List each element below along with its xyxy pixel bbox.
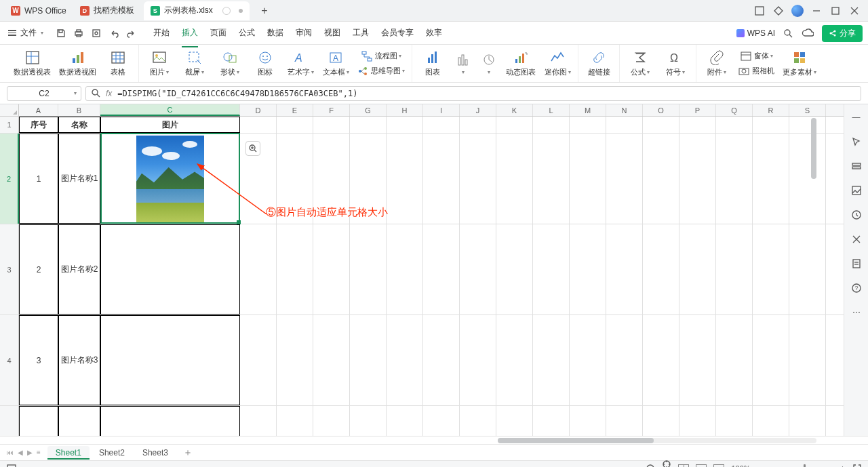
- cell[interactable]: [387, 315, 423, 405]
- scroll-thumb[interactable]: [811, 118, 816, 179]
- cell[interactable]: [350, 224, 387, 314]
- cell[interactable]: [423, 117, 460, 133]
- cell[interactable]: [100, 134, 240, 224]
- status-left-icon[interactable]: [7, 464, 16, 468]
- cell[interactable]: [716, 406, 753, 436]
- cell[interactable]: [643, 224, 679, 314]
- hscroll-thumb[interactable]: [498, 438, 654, 443]
- redo-button[interactable]: [126, 28, 137, 39]
- select-tool-button[interactable]: [850, 136, 863, 148]
- symbol-button[interactable]: Ω 符号▾: [662, 45, 689, 82]
- cell[interactable]: [100, 315, 240, 405]
- cell[interactable]: [533, 406, 570, 436]
- cell[interactable]: [387, 406, 423, 436]
- cell[interactable]: [240, 406, 277, 436]
- cell[interactable]: [19, 406, 58, 436]
- table-button[interactable]: 表格: [104, 45, 132, 82]
- cell[interactable]: [716, 117, 753, 133]
- search-button[interactable]: [783, 28, 793, 39]
- cell[interactable]: [350, 315, 387, 405]
- vertical-scrollbar[interactable]: [811, 118, 818, 433]
- cell[interactable]: [100, 406, 240, 436]
- cell[interactable]: [496, 315, 533, 405]
- cell[interactable]: [240, 315, 277, 405]
- camera-button[interactable]: 照相机: [738, 66, 774, 77]
- cell[interactable]: [350, 406, 387, 436]
- cell[interactable]: [679, 134, 716, 224]
- sheet-tab[interactable]: Sheet2: [91, 446, 133, 460]
- document-tab[interactable]: S 示例表格.xlsx: [144, 1, 250, 20]
- cell[interactable]: [570, 315, 606, 405]
- cell[interactable]: 图片名称2: [58, 224, 100, 314]
- cell[interactable]: [313, 117, 350, 133]
- cell[interactable]: 图片名称3: [58, 315, 100, 405]
- cell[interactable]: 1: [19, 134, 58, 224]
- menu-tab-4[interactable]: 数据: [267, 23, 283, 43]
- minimize-button[interactable]: [807, 1, 826, 20]
- column-header[interactable]: Q: [716, 104, 753, 116]
- cell[interactable]: 图片: [100, 117, 240, 133]
- wordart-button[interactable]: A 艺术字▾: [287, 45, 314, 82]
- sheet-tab[interactable]: Sheet3: [134, 446, 176, 460]
- maximize-button[interactable]: [826, 1, 845, 20]
- dynamic-chart-button[interactable]: 动态图表: [506, 45, 536, 82]
- column-header[interactable]: J: [460, 104, 496, 116]
- cell[interactable]: [313, 224, 350, 314]
- mindmap-button[interactable]: 思维导图▾: [357, 66, 405, 77]
- column-header[interactable]: O: [643, 104, 679, 116]
- row-header[interactable]: 3: [0, 224, 19, 314]
- select-all-corner[interactable]: [0, 104, 19, 116]
- docer-panel-button[interactable]: [850, 258, 863, 270]
- cell[interactable]: [460, 406, 496, 436]
- cell[interactable]: [716, 224, 753, 314]
- eye-dropper-button[interactable]: [646, 464, 655, 468]
- pivot-table-button[interactable]: 数据透视表: [14, 45, 51, 82]
- sheet-nav[interactable]: ⏮ ◀ ▶ ≡: [7, 449, 41, 456]
- tools-panel-button[interactable]: [850, 233, 863, 245]
- wps-ai-button[interactable]: WPS AI: [736, 28, 775, 38]
- menu-tab-9[interactable]: 效率: [426, 23, 442, 43]
- cell[interactable]: [643, 406, 679, 436]
- icon-button[interactable]: 图标: [252, 45, 279, 82]
- column-header[interactable]: C: [100, 104, 240, 116]
- chart-alt2-button[interactable]: ▾: [480, 45, 498, 82]
- hyperlink-button[interactable]: 超链接: [585, 45, 612, 82]
- cell[interactable]: [606, 224, 643, 314]
- cell[interactable]: [643, 134, 679, 224]
- column-header[interactable]: A: [19, 104, 58, 116]
- cell[interactable]: [789, 224, 826, 314]
- menu-collapse-button[interactable]: —: [850, 111, 863, 123]
- new-tab-button[interactable]: +: [256, 3, 273, 19]
- cell[interactable]: [277, 224, 313, 314]
- cell[interactable]: [460, 315, 496, 405]
- column-header[interactable]: L: [533, 104, 570, 116]
- help-panel-button[interactable]: ?: [850, 282, 863, 294]
- close-button[interactable]: [845, 1, 864, 20]
- cell[interactable]: [716, 134, 753, 224]
- row-header[interactable]: 4: [0, 315, 19, 405]
- cell[interactable]: [533, 315, 570, 405]
- normal-view-button[interactable]: [678, 464, 689, 468]
- column-header[interactable]: R: [753, 104, 789, 116]
- fullscreen-button[interactable]: [853, 464, 861, 468]
- sparkline-button[interactable]: 迷你图▾: [544, 45, 571, 82]
- cell[interactable]: [606, 315, 643, 405]
- menu-tab-6[interactable]: 视图: [324, 23, 340, 43]
- menu-tab-0[interactable]: 开始: [153, 23, 170, 43]
- cell[interactable]: [533, 117, 570, 133]
- cell[interactable]: [460, 134, 496, 224]
- textbox-button[interactable]: A 文本框▾: [322, 45, 349, 82]
- sheet-nav-next-icon[interactable]: ▶: [27, 449, 33, 456]
- cell[interactable]: [753, 224, 789, 314]
- cell[interactable]: [679, 224, 716, 314]
- cell[interactable]: [387, 224, 423, 314]
- cell[interactable]: [58, 406, 100, 436]
- avatar[interactable]: [788, 1, 807, 20]
- column-header[interactable]: D: [240, 104, 277, 116]
- cell[interactable]: 名称: [58, 117, 100, 133]
- menu-tab-2[interactable]: 页面: [210, 23, 226, 43]
- cell[interactable]: [606, 117, 643, 133]
- cell[interactable]: [753, 117, 789, 133]
- cell[interactable]: 2: [19, 224, 58, 314]
- cell[interactable]: [277, 315, 313, 405]
